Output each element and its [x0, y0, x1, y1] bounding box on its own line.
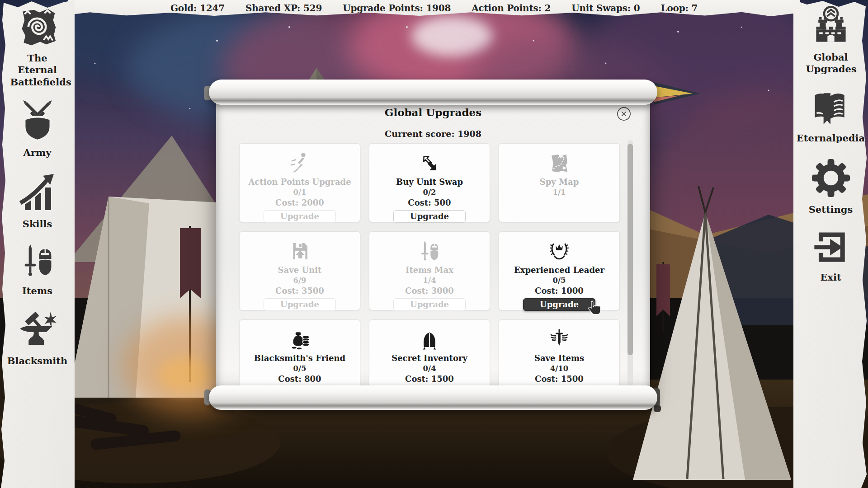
spy-map-icon [499, 151, 619, 175]
sidebar-item-label: Exit [820, 272, 841, 283]
open-book-icon [810, 86, 851, 130]
upgrade-card-blacksmiths-friend: Blacksmith's Friend 0/5 Cost: 800 Upgrad… [239, 319, 360, 391]
card-cost: Cost: 1500 [369, 374, 490, 384]
sidebar-item-exit[interactable]: Exit [811, 227, 851, 283]
upgrade-card-save-unit: Save Unit 6/9 Cost: 3500 Upgrade [239, 231, 360, 310]
exit-arrow-icon [811, 227, 851, 269]
upgrade-button[interactable]: Upgrade [393, 210, 466, 223]
card-title: Save Unit [240, 265, 360, 275]
unit-swaps-stat: Unit Swaps: 0 [571, 3, 640, 14]
card-cost: Cost: 1500 [499, 374, 619, 384]
anvil-hammer-icon [17, 310, 57, 352]
loop-stat: Loop: 7 [661, 3, 698, 14]
gold-stat: Gold: 1247 [170, 3, 225, 14]
card-count: 1/1 [499, 188, 619, 197]
scroll-flag-tip [654, 81, 702, 107]
upgrade-button[interactable]: Upgrade [523, 298, 595, 311]
current-score: Current score: 1908 [216, 129, 650, 139]
upgrade-card-grid: Action Points Upgrade 0/1 Cost: 2000 Upg… [239, 143, 620, 391]
sidebar-item-eternalpedia[interactable]: Eternalpedia [797, 86, 865, 144]
winged-sword-icon [499, 327, 619, 352]
laurel-crown-icon [499, 239, 619, 263]
sidebar-item-label: Blacksmith [7, 355, 68, 367]
card-cost: Cost: 3000 [369, 286, 490, 296]
upgrade-card-secret-inventory: Secret Inventory 0/4 Cost: 1500 Upgrade [369, 319, 490, 391]
rising-chart-icon [16, 170, 59, 216]
upgrade-button[interactable]: Upgrade [264, 298, 336, 311]
scroll-top-roll [209, 80, 657, 105]
sword-helmet-shield-icon [18, 242, 57, 282]
sidebar-item-label: Global Upgrades [806, 52, 856, 75]
sidebar-item-army[interactable]: Army [15, 98, 60, 159]
upgrade-card-save-items: Save Items 4/10 Cost: 1500 Upgrade [499, 319, 620, 391]
scroll-bottom-roll [209, 385, 657, 410]
card-title: Save Items [499, 353, 619, 363]
left-sidebar: The Eternal Battlefields [0, 0, 75, 488]
upgrade-points-stat: Upgrade Points: 1908 [343, 3, 451, 14]
sidebar-item-label: Items [22, 285, 52, 297]
card-cost: Cost: 500 [369, 198, 490, 208]
sidebar-item-label: The Eternal Battlefields [10, 52, 65, 88]
scroll-rod-cap [654, 405, 661, 412]
card-count: 0/4 [369, 364, 490, 373]
card-cost: Cost: 1000 [499, 286, 619, 296]
card-title: Secret Inventory [369, 353, 490, 363]
modal-scrollbar-thumb[interactable] [627, 144, 633, 355]
modal-scrollbar-track[interactable] [627, 140, 633, 386]
card-cost: Cost: 3500 [240, 286, 360, 296]
sword-helmet-shield-icon [369, 239, 490, 263]
upgrade-button[interactable]: Upgrade [393, 298, 466, 311]
card-count: 0/1 [240, 188, 360, 197]
upgrade-button[interactable]: Upgrade [264, 210, 336, 223]
sidebar-item-label: Army [24, 147, 52, 159]
card-title: Spy Map [499, 177, 619, 187]
sidebar-item-global-upgrades[interactable]: Global Upgrades [806, 5, 856, 75]
card-count: 1/4 [369, 276, 490, 285]
gear-icon [810, 157, 852, 201]
castle-chevron-icon [810, 5, 852, 49]
money-bag-coins-icon [240, 327, 360, 352]
upgrade-card-action-points: Action Points Upgrade 0/1 Cost: 2000 Upg… [239, 143, 360, 222]
upgrade-card-items-max: Items Max 1/4 Cost: 3000 Upgrade [369, 231, 490, 310]
card-title: Action Points Upgrade [240, 177, 360, 187]
upgrade-card-buy-unit-swap: Buy Unit Swap 0/2 Cost: 500 Upgrade [369, 143, 490, 222]
sidebar-item-settings[interactable]: Settings [809, 157, 853, 216]
shared-xp-stat: Shared XP: 529 [245, 3, 322, 14]
card-count: 0/5 [499, 276, 619, 285]
spiral-map-icon [17, 6, 58, 50]
sidebar-item-items[interactable]: Items [18, 242, 57, 297]
right-sidebar: Global Upgrades Eternalpedia [793, 0, 868, 488]
close-button[interactable] [617, 107, 631, 121]
card-count: 0/5 [240, 364, 360, 373]
floppy-save-icon [240, 239, 360, 263]
dash-figure-icon [240, 151, 360, 175]
sidebar-item-blacksmith[interactable]: Blacksmith [7, 310, 68, 367]
sidebar-item-eternal-battlefields[interactable]: The Eternal Battlefields [10, 6, 65, 88]
modal-body: Global Upgrades Current score: 1908 [216, 93, 650, 391]
card-title: Buy Unit Swap [369, 177, 490, 187]
upgrade-card-experienced-leader: Experienced Leader 0/5 Cost: 1000 Upgrad… [499, 231, 620, 310]
swap-arrows-icon [369, 151, 490, 175]
sidebar-item-label: Eternalpedia [797, 132, 865, 144]
close-icon [617, 107, 631, 121]
sidebar-item-label: Skills [23, 218, 52, 230]
action-points-stat: Action Points: 2 [472, 3, 551, 14]
card-count: 4/10 [499, 364, 619, 373]
modal-title: Global Upgrades [216, 106, 650, 118]
card-title: Items Max [369, 265, 490, 275]
card-cost: Cost: 2000 [240, 198, 360, 208]
upgrade-card-spy-map: Spy Map 1/1 [499, 143, 620, 222]
chest-icon [369, 327, 490, 352]
game-screen: Gold: 1247 Shared XP: 529 Upgrade Points… [0, 0, 868, 488]
card-cost: Cost: 800 [240, 374, 360, 384]
card-count: 6/9 [240, 276, 360, 285]
card-title: Blacksmith's Friend [240, 353, 360, 363]
crossed-swords-shield-icon [15, 98, 60, 144]
hand-cursor [588, 300, 601, 315]
card-title: Experienced Leader [499, 265, 619, 275]
card-count: 0/2 [369, 188, 490, 197]
sidebar-item-label: Settings [809, 204, 853, 216]
sidebar-item-skills[interactable]: Skills [16, 170, 59, 230]
